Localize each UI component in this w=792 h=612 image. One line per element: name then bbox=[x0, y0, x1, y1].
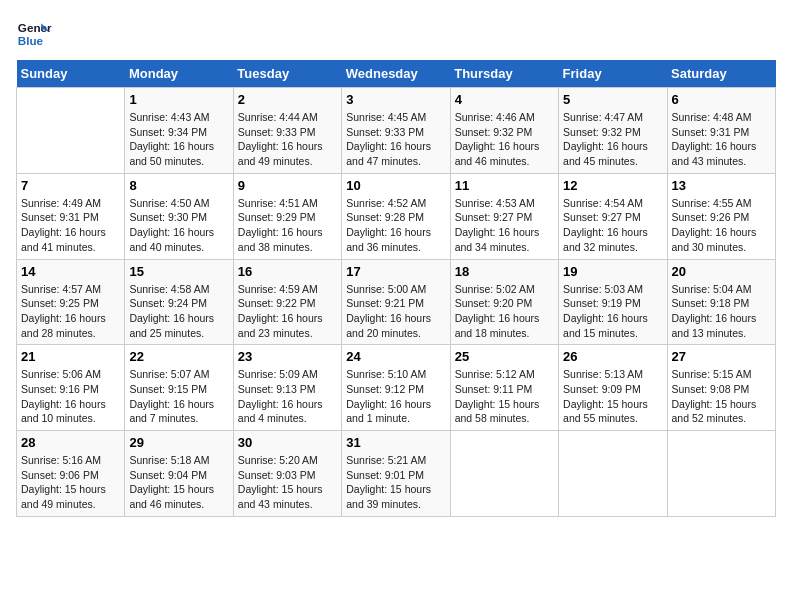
calendar-cell: 24Sunrise: 5:10 AMSunset: 9:12 PMDayligh… bbox=[342, 345, 450, 431]
day-info: Sunrise: 4:51 AMSunset: 9:29 PMDaylight:… bbox=[238, 196, 337, 255]
day-info: Sunrise: 5:07 AMSunset: 9:15 PMDaylight:… bbox=[129, 367, 228, 426]
day-info: Sunrise: 5:10 AMSunset: 9:12 PMDaylight:… bbox=[346, 367, 445, 426]
calendar-cell: 2Sunrise: 4:44 AMSunset: 9:33 PMDaylight… bbox=[233, 88, 341, 174]
calendar-week-5: 28Sunrise: 5:16 AMSunset: 9:06 PMDayligh… bbox=[17, 431, 776, 517]
day-number: 30 bbox=[238, 435, 337, 450]
day-header-wednesday: Wednesday bbox=[342, 60, 450, 88]
day-info: Sunrise: 4:49 AMSunset: 9:31 PMDaylight:… bbox=[21, 196, 120, 255]
day-number: 29 bbox=[129, 435, 228, 450]
day-info: Sunrise: 5:09 AMSunset: 9:13 PMDaylight:… bbox=[238, 367, 337, 426]
day-info: Sunrise: 5:12 AMSunset: 9:11 PMDaylight:… bbox=[455, 367, 554, 426]
day-info: Sunrise: 5:15 AMSunset: 9:08 PMDaylight:… bbox=[672, 367, 771, 426]
day-number: 20 bbox=[672, 264, 771, 279]
day-info: Sunrise: 4:48 AMSunset: 9:31 PMDaylight:… bbox=[672, 110, 771, 169]
day-header-friday: Friday bbox=[559, 60, 667, 88]
calendar-cell: 17Sunrise: 5:00 AMSunset: 9:21 PMDayligh… bbox=[342, 259, 450, 345]
calendar-cell bbox=[17, 88, 125, 174]
calendar-cell: 20Sunrise: 5:04 AMSunset: 9:18 PMDayligh… bbox=[667, 259, 775, 345]
day-number: 15 bbox=[129, 264, 228, 279]
calendar-cell: 11Sunrise: 4:53 AMSunset: 9:27 PMDayligh… bbox=[450, 173, 558, 259]
day-info: Sunrise: 4:52 AMSunset: 9:28 PMDaylight:… bbox=[346, 196, 445, 255]
calendar-week-1: 1Sunrise: 4:43 AMSunset: 9:34 PMDaylight… bbox=[17, 88, 776, 174]
calendar-cell: 21Sunrise: 5:06 AMSunset: 9:16 PMDayligh… bbox=[17, 345, 125, 431]
day-info: Sunrise: 5:18 AMSunset: 9:04 PMDaylight:… bbox=[129, 453, 228, 512]
page-header: General Blue bbox=[16, 16, 776, 52]
day-number: 1 bbox=[129, 92, 228, 107]
day-info: Sunrise: 4:45 AMSunset: 9:33 PMDaylight:… bbox=[346, 110, 445, 169]
day-number: 24 bbox=[346, 349, 445, 364]
day-info: Sunrise: 5:03 AMSunset: 9:19 PMDaylight:… bbox=[563, 282, 662, 341]
calendar-cell: 25Sunrise: 5:12 AMSunset: 9:11 PMDayligh… bbox=[450, 345, 558, 431]
day-info: Sunrise: 4:57 AMSunset: 9:25 PMDaylight:… bbox=[21, 282, 120, 341]
day-number: 31 bbox=[346, 435, 445, 450]
day-number: 3 bbox=[346, 92, 445, 107]
calendar-cell: 19Sunrise: 5:03 AMSunset: 9:19 PMDayligh… bbox=[559, 259, 667, 345]
day-header-saturday: Saturday bbox=[667, 60, 775, 88]
day-header-thursday: Thursday bbox=[450, 60, 558, 88]
day-info: Sunrise: 4:50 AMSunset: 9:30 PMDaylight:… bbox=[129, 196, 228, 255]
day-number: 21 bbox=[21, 349, 120, 364]
calendar-week-4: 21Sunrise: 5:06 AMSunset: 9:16 PMDayligh… bbox=[17, 345, 776, 431]
calendar-week-2: 7Sunrise: 4:49 AMSunset: 9:31 PMDaylight… bbox=[17, 173, 776, 259]
calendar-cell bbox=[667, 431, 775, 517]
calendar-cell: 16Sunrise: 4:59 AMSunset: 9:22 PMDayligh… bbox=[233, 259, 341, 345]
calendar-cell: 8Sunrise: 4:50 AMSunset: 9:30 PMDaylight… bbox=[125, 173, 233, 259]
calendar-cell: 23Sunrise: 5:09 AMSunset: 9:13 PMDayligh… bbox=[233, 345, 341, 431]
calendar-cell: 12Sunrise: 4:54 AMSunset: 9:27 PMDayligh… bbox=[559, 173, 667, 259]
day-number: 14 bbox=[21, 264, 120, 279]
calendar-week-3: 14Sunrise: 4:57 AMSunset: 9:25 PMDayligh… bbox=[17, 259, 776, 345]
day-number: 23 bbox=[238, 349, 337, 364]
day-number: 27 bbox=[672, 349, 771, 364]
calendar-cell: 22Sunrise: 5:07 AMSunset: 9:15 PMDayligh… bbox=[125, 345, 233, 431]
calendar-cell: 9Sunrise: 4:51 AMSunset: 9:29 PMDaylight… bbox=[233, 173, 341, 259]
day-info: Sunrise: 4:54 AMSunset: 9:27 PMDaylight:… bbox=[563, 196, 662, 255]
day-info: Sunrise: 4:46 AMSunset: 9:32 PMDaylight:… bbox=[455, 110, 554, 169]
calendar-cell: 27Sunrise: 5:15 AMSunset: 9:08 PMDayligh… bbox=[667, 345, 775, 431]
calendar-cell: 15Sunrise: 4:58 AMSunset: 9:24 PMDayligh… bbox=[125, 259, 233, 345]
day-number: 10 bbox=[346, 178, 445, 193]
logo-icon: General Blue bbox=[16, 16, 52, 52]
day-info: Sunrise: 4:44 AMSunset: 9:33 PMDaylight:… bbox=[238, 110, 337, 169]
day-number: 26 bbox=[563, 349, 662, 364]
calendar-cell: 5Sunrise: 4:47 AMSunset: 9:32 PMDaylight… bbox=[559, 88, 667, 174]
calendar-table: SundayMondayTuesdayWednesdayThursdayFrid… bbox=[16, 60, 776, 517]
logo: General Blue bbox=[16, 16, 52, 52]
day-info: Sunrise: 5:16 AMSunset: 9:06 PMDaylight:… bbox=[21, 453, 120, 512]
day-number: 11 bbox=[455, 178, 554, 193]
day-header-sunday: Sunday bbox=[17, 60, 125, 88]
day-header-monday: Monday bbox=[125, 60, 233, 88]
calendar-cell: 18Sunrise: 5:02 AMSunset: 9:20 PMDayligh… bbox=[450, 259, 558, 345]
svg-text:General: General bbox=[18, 21, 52, 34]
day-info: Sunrise: 4:47 AMSunset: 9:32 PMDaylight:… bbox=[563, 110, 662, 169]
calendar-cell bbox=[559, 431, 667, 517]
calendar-cell: 26Sunrise: 5:13 AMSunset: 9:09 PMDayligh… bbox=[559, 345, 667, 431]
calendar-cell: 6Sunrise: 4:48 AMSunset: 9:31 PMDaylight… bbox=[667, 88, 775, 174]
day-number: 5 bbox=[563, 92, 662, 107]
day-info: Sunrise: 5:02 AMSunset: 9:20 PMDaylight:… bbox=[455, 282, 554, 341]
day-info: Sunrise: 4:53 AMSunset: 9:27 PMDaylight:… bbox=[455, 196, 554, 255]
day-number: 8 bbox=[129, 178, 228, 193]
day-number: 22 bbox=[129, 349, 228, 364]
day-number: 18 bbox=[455, 264, 554, 279]
day-number: 17 bbox=[346, 264, 445, 279]
day-info: Sunrise: 4:55 AMSunset: 9:26 PMDaylight:… bbox=[672, 196, 771, 255]
calendar-cell: 7Sunrise: 4:49 AMSunset: 9:31 PMDaylight… bbox=[17, 173, 125, 259]
calendar-cell: 3Sunrise: 4:45 AMSunset: 9:33 PMDaylight… bbox=[342, 88, 450, 174]
calendar-cell: 10Sunrise: 4:52 AMSunset: 9:28 PMDayligh… bbox=[342, 173, 450, 259]
day-number: 7 bbox=[21, 178, 120, 193]
day-number: 13 bbox=[672, 178, 771, 193]
calendar-cell: 31Sunrise: 5:21 AMSunset: 9:01 PMDayligh… bbox=[342, 431, 450, 517]
day-info: Sunrise: 5:04 AMSunset: 9:18 PMDaylight:… bbox=[672, 282, 771, 341]
day-info: Sunrise: 4:59 AMSunset: 9:22 PMDaylight:… bbox=[238, 282, 337, 341]
day-number: 6 bbox=[672, 92, 771, 107]
day-number: 9 bbox=[238, 178, 337, 193]
day-info: Sunrise: 5:20 AMSunset: 9:03 PMDaylight:… bbox=[238, 453, 337, 512]
calendar-cell: 28Sunrise: 5:16 AMSunset: 9:06 PMDayligh… bbox=[17, 431, 125, 517]
calendar-cell: 4Sunrise: 4:46 AMSunset: 9:32 PMDaylight… bbox=[450, 88, 558, 174]
day-number: 19 bbox=[563, 264, 662, 279]
calendar-cell: 29Sunrise: 5:18 AMSunset: 9:04 PMDayligh… bbox=[125, 431, 233, 517]
day-number: 16 bbox=[238, 264, 337, 279]
day-info: Sunrise: 5:13 AMSunset: 9:09 PMDaylight:… bbox=[563, 367, 662, 426]
calendar-header-row: SundayMondayTuesdayWednesdayThursdayFrid… bbox=[17, 60, 776, 88]
calendar-cell: 13Sunrise: 4:55 AMSunset: 9:26 PMDayligh… bbox=[667, 173, 775, 259]
